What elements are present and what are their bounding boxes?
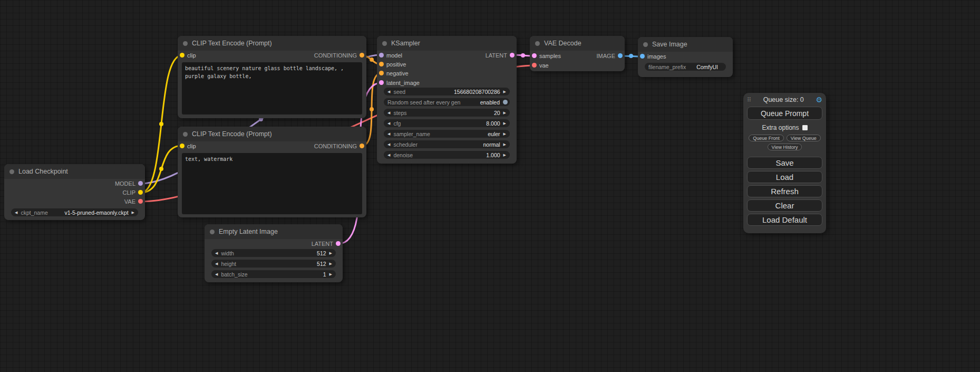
input-slot-vae[interactable]: vae	[532, 61, 549, 70]
decrement-arrow-icon[interactable]: ◀	[15, 208, 17, 216]
input-slot-positive[interactable]: positive	[379, 60, 406, 69]
node-header[interactable]: Save Image	[638, 37, 733, 52]
queue-prompt-button[interactable]: Queue Prompt	[747, 107, 822, 120]
settings-gear-icon[interactable]: ⚙	[816, 96, 822, 104]
collapse-icon[interactable]	[382, 41, 387, 46]
output-slot-latent[interactable]: LATENT	[312, 239, 341, 248]
slot-dot-image[interactable]	[640, 54, 645, 59]
queue-front-button[interactable]: Queue Front	[749, 135, 784, 141]
node-header[interactable]: Empty Latent Image	[205, 224, 343, 239]
refresh-button[interactable]: Refresh	[747, 185, 822, 197]
node-clip-text-encode-negative[interactable]: CLIP Text Encode (Prompt) clip CONDITION…	[178, 127, 366, 217]
slot-dot-clip[interactable]	[180, 144, 185, 148]
increment-arrow-icon[interactable]: ▶	[503, 119, 506, 127]
decrement-arrow-icon[interactable]: ◀	[215, 270, 218, 278]
input-slot-clip[interactable]: clip	[180, 141, 196, 150]
load-default-button[interactable]: Load Default	[747, 214, 822, 226]
node-header[interactable]: VAE Decode	[530, 36, 625, 51]
node-graph-canvas[interactable]: Load Checkpoint MODEL CLIP VAE ◀ ckpt_na…	[0, 0, 980, 372]
node-ksampler[interactable]: KSampler model positive negative latent_…	[377, 36, 517, 164]
save-button[interactable]: Save	[747, 157, 822, 169]
slot-dot-latent[interactable]	[379, 80, 384, 85]
slot-dot-image[interactable]	[618, 53, 623, 58]
widget-steps[interactable]: ◀ steps 20 ▶	[384, 109, 510, 117]
queue-panel[interactable]: ⠿ Queue size: 0 ⚙ Queue Prompt Extra opt…	[743, 93, 826, 233]
node-clip-text-encode-positive[interactable]: CLIP Text Encode (Prompt) clip CONDITION…	[178, 36, 366, 118]
slot-dot-clip[interactable]	[180, 53, 185, 58]
widget-sampler-name[interactable]: ◀ sampler_name euler ▶	[384, 130, 510, 138]
input-slot-negative[interactable]: negative	[379, 69, 409, 78]
slot-dot-vae[interactable]	[532, 63, 537, 68]
increment-arrow-icon[interactable]: ▶	[329, 249, 332, 257]
widget-filename-prefix[interactable]: filename_prefix ComfyUI	[645, 63, 726, 71]
increment-arrow-icon[interactable]: ▶	[503, 109, 506, 117]
input-slot-latent-image[interactable]: latent_image	[379, 78, 420, 87]
slot-dot-clip[interactable]	[138, 190, 143, 195]
widget-random-seed-control[interactable]: Random seed after every gen enabled	[384, 98, 510, 106]
collapse-icon[interactable]	[643, 42, 648, 47]
decrement-arrow-icon[interactable]: ◀	[387, 151, 390, 159]
decrement-arrow-icon[interactable]: ◀	[215, 249, 218, 257]
input-slot-images[interactable]: images	[640, 52, 666, 61]
slot-dot-conditioning[interactable]	[379, 71, 384, 75]
slot-dot-conditioning[interactable]	[379, 62, 384, 66]
output-slot-conditioning[interactable]: CONDITIONING	[314, 141, 364, 150]
node-save-image[interactable]: Save Image images filename_prefix ComfyU…	[638, 37, 733, 77]
node-header[interactable]: KSampler	[377, 36, 517, 51]
collapse-icon[interactable]	[210, 230, 215, 234]
slot-dot-conditioning[interactable]	[360, 144, 364, 148]
node-header[interactable]: CLIP Text Encode (Prompt)	[178, 127, 366, 141]
input-slot-model[interactable]: model	[379, 51, 402, 60]
increment-arrow-icon[interactable]: ▶	[503, 88, 506, 96]
queue-panel-header[interactable]: ⠿ Queue size: 0 ⚙	[747, 95, 822, 104]
collapse-icon[interactable]	[183, 132, 188, 137]
widget-seed[interactable]: ◀ seed 156680208700286 ▶	[384, 88, 510, 96]
output-slot-latent[interactable]: LATENT	[486, 51, 515, 60]
output-slot-conditioning[interactable]: CONDITIONING	[314, 51, 364, 60]
collapse-icon[interactable]	[9, 169, 14, 174]
widget-batch-size[interactable]: ◀ batch_size 1 ▶	[211, 270, 336, 278]
node-header[interactable]: CLIP Text Encode (Prompt)	[178, 36, 366, 51]
increment-arrow-icon[interactable]: ▶	[329, 270, 332, 278]
prompt-textarea[interactable]: text, watermark	[182, 153, 362, 214]
slot-dot-latent[interactable]	[510, 53, 515, 58]
output-slot-clip[interactable]: CLIP	[123, 188, 143, 197]
decrement-arrow-icon[interactable]: ◀	[387, 119, 390, 127]
increment-arrow-icon[interactable]: ▶	[132, 208, 134, 216]
slot-dot-latent[interactable]	[532, 53, 537, 58]
decrement-arrow-icon[interactable]: ◀	[387, 130, 390, 138]
input-slot-samples[interactable]: samples	[532, 51, 561, 60]
node-empty-latent-image[interactable]: Empty Latent Image LATENT ◀ width 512 ▶ …	[205, 224, 343, 282]
input-slot-clip[interactable]: clip	[180, 51, 196, 60]
slot-dot-model[interactable]	[379, 53, 384, 58]
widget-denoise[interactable]: ◀ denoise 1.000 ▶	[384, 151, 510, 159]
view-history-button[interactable]: View History	[768, 144, 802, 150]
widget-ckpt-name[interactable]: ◀ ckpt_name v1-5-pruned-emaonly.ckpt ▶	[11, 208, 138, 216]
output-slot-image[interactable]: IMAGE	[597, 51, 623, 60]
widget-height[interactable]: ◀ height 512 ▶	[211, 260, 336, 268]
slot-dot-model[interactable]	[138, 181, 143, 186]
decrement-arrow-icon[interactable]: ◀	[387, 88, 390, 96]
node-load-checkpoint[interactable]: Load Checkpoint MODEL CLIP VAE ◀ ckpt_na…	[4, 164, 145, 220]
increment-arrow-icon[interactable]: ▶	[503, 140, 506, 148]
extra-options-checkbox[interactable]	[802, 125, 808, 130]
collapse-icon[interactable]	[183, 41, 188, 46]
node-header[interactable]: Load Checkpoint	[4, 164, 145, 179]
increment-arrow-icon[interactable]: ▶	[503, 151, 506, 159]
output-slot-model[interactable]: MODEL	[115, 179, 143, 188]
widget-cfg[interactable]: ◀ cfg 8.000 ▶	[384, 119, 510, 127]
collapse-icon[interactable]	[535, 41, 540, 46]
increment-arrow-icon[interactable]: ▶	[503, 130, 506, 138]
output-slot-vae[interactable]: VAE	[124, 197, 143, 206]
view-queue-button[interactable]: View Queue	[787, 135, 821, 141]
decrement-arrow-icon[interactable]: ◀	[387, 140, 390, 148]
widget-scheduler[interactable]: ◀ scheduler normal ▶	[384, 140, 510, 148]
widget-width[interactable]: ◀ width 512 ▶	[211, 249, 336, 257]
slot-dot-latent[interactable]	[336, 241, 341, 246]
decrement-arrow-icon[interactable]: ◀	[215, 260, 218, 268]
clear-button[interactable]: Clear	[747, 199, 822, 212]
toggle-dot-icon[interactable]	[503, 100, 508, 104]
slot-dot-vae[interactable]	[138, 199, 143, 204]
increment-arrow-icon[interactable]: ▶	[329, 260, 332, 268]
prompt-textarea[interactable]: beautiful scenery nature glass bottle la…	[182, 62, 362, 115]
